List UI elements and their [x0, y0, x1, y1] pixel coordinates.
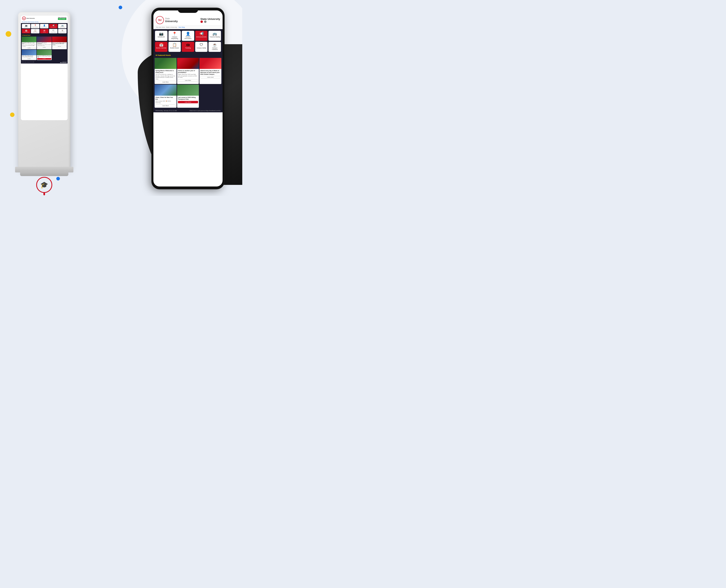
- kiosk-post-5[interactable]: Last sunset of 2023 hitting Thompson Fla…: [37, 50, 51, 60]
- kiosk-post-5-title: Last sunset of 2023 hitting Thompson Fla…: [37, 56, 51, 58]
- phone-post-4[interactable]: Cheer, Cheer for New Year Eve We're read…: [154, 85, 177, 108]
- kiosk-nav-safety-label: Campus Safety: [51, 32, 56, 33]
- phone-content: SU State University State University: [153, 10, 223, 187]
- phone-footer-datetime: Wednesday, January 29 11:11 AM: [155, 110, 177, 111]
- kiosk-nav-student-info[interactable]: 👤 Student Information: [40, 24, 48, 28]
- phone-nav-wayfinding-label: Campus Wayfinding: [169, 36, 180, 40]
- phone-nav-cafeteria-label: Campus Cafeteria: [209, 47, 220, 51]
- kiosk-post-2[interactable]: Cheers to another year of possibilities!…: [37, 37, 51, 49]
- kiosk-post-2-image: [37, 37, 51, 42]
- phone-nav-bulletin[interactable]: 📋 Bulletin Board: [168, 42, 181, 52]
- kiosk-nav-bulletin[interactable]: 📋 Bulletin Board: [31, 29, 39, 33]
- phone-nav-events[interactable]: 📅 Events Calendar: [155, 42, 167, 52]
- kiosk-nav-ticketing-label: Ticketing: [43, 32, 46, 33]
- phone-post-2[interactable]: Cheers to another year of possibilities!…: [177, 58, 199, 84]
- phone-logo-area: SU State University: [156, 16, 178, 24]
- kiosk-nav-cafeteria[interactable]: ☕ Campus Cafeteria: [58, 29, 66, 33]
- phone-post-1-btn[interactable]: Learn More: [155, 81, 176, 83]
- phone-post-2-btn[interactable]: Learn More: [178, 79, 198, 82]
- phone-post-1-image: [154, 58, 177, 69]
- kiosk-post-2-btn[interactable]: Learn More: [37, 47, 51, 48]
- kiosk-post-3-title: Attend every day of Week of Welcome to l…: [53, 43, 66, 45]
- decorative-dot-blue-1: [119, 6, 122, 9]
- phone-nav-bulletin-label: Bulletin Board: [170, 47, 179, 49]
- kiosk-post-1-btn[interactable]: Learn More: [22, 47, 36, 49]
- kiosk-nav-selfie-label: SelfieBooth: [24, 27, 28, 28]
- kiosk-title: State University: [58, 17, 66, 18]
- phone-post-3-title: Attend every day of Week of Welcome to l…: [200, 70, 221, 75]
- phone-logo-subtitle: State: [165, 18, 178, 20]
- coffee-icon: ☕: [61, 29, 64, 31]
- kiosk-post-2-text: Happy #NewYear! 2023 was filled with unf…: [37, 45, 51, 46]
- phone-nav-student-info-label: Student Information: [182, 36, 194, 40]
- kiosk-breadcrumb: You are here: State University | See Map: [21, 21, 67, 23]
- kiosk-post-3-btn[interactable]: Learn more!: [53, 46, 66, 47]
- phone-status-icons: [201, 21, 220, 23]
- kiosk-nav-ticketing[interactable]: 🎟 Ticketing: [40, 29, 48, 33]
- kiosk-nav-selfie[interactable]: 📷 SelfieBooth: [22, 24, 30, 28]
- kiosk-post-1-title: Spring Week of Welcome is nearly here!: [22, 43, 36, 44]
- phone-nav-announcements[interactable]: 📢 Announcements: [195, 31, 208, 41]
- phone-post-1[interactable]: Spring Week of Welcome is nearly here! J…: [154, 58, 177, 84]
- phone-icon-gray: [204, 21, 206, 23]
- ticket-icon: 🎟: [43, 29, 45, 31]
- phone-post-3-btn[interactable]: Learn more!: [200, 76, 221, 78]
- shield-icon: 🛡: [53, 29, 54, 31]
- phone-nav-wayfinding[interactable]: 📍 Campus Wayfinding: [168, 31, 181, 41]
- kiosk-nav-events[interactable]: 📅 Events Calendar: [22, 29, 30, 33]
- bulletin-icon-phone: 📋: [172, 43, 177, 47]
- phone-posts-grid: Spring Week of Welcome is nearly here! J…: [153, 57, 223, 109]
- kiosk-device: SU State University State University Vie…: [12, 12, 77, 191]
- kiosk-nav-safety[interactable]: 🛡 Campus Safety: [49, 29, 58, 33]
- phone-nav-student-info[interactable]: 👤 Student Information: [182, 31, 194, 41]
- phone-footer-url: Read more or post yours at https://hootb…: [190, 110, 221, 111]
- kiosk-nav-announcements[interactable]: 📢 Announcements: [49, 24, 58, 28]
- phone-post-5[interactable]: Last sunset of 2023 hitting Thompson Fla…: [177, 85, 199, 108]
- person-icon-phone: 👤: [186, 32, 190, 36]
- phone-notch: [178, 8, 198, 13]
- phone-nav-transit[interactable]: 🚌 Transit & Nearby: [208, 31, 221, 41]
- kiosk-nav-wayfinding[interactable]: 📍 Campus Wayfinding: [31, 24, 39, 28]
- phone-nav-events-label: Events Calendar: [156, 47, 166, 49]
- graduation-cap-icon: 🎓: [40, 181, 48, 189]
- phone-post-4-btn[interactable]: Learn More!: [155, 105, 176, 107]
- kiosk-post-1[interactable]: Spring Week of Welcome is nearly here! J…: [22, 37, 36, 49]
- kiosk-posts-grid: Spring Week of Welcome is nearly here! J…: [21, 36, 67, 61]
- phone-nav-safety[interactable]: 🛡 Campus Safety: [195, 42, 208, 52]
- phone-post-1-title: Spring Week of Welcome is nearly here!: [155, 70, 176, 74]
- phone-nav-cafeteria[interactable]: ☕ Campus Cafeteria: [208, 42, 221, 52]
- kiosk-nav-announcements-label: Announcements: [51, 27, 56, 28]
- phone-post-5-btn[interactable]: Learn More!: [178, 101, 198, 103]
- kiosk-post-4-btn[interactable]: Learn More!: [22, 58, 36, 60]
- map-pin-icon-phone: 📍: [172, 32, 177, 36]
- phone-post-4-text: We're ready, 2024! 🎉 #WSU #GoCoug: [155, 101, 176, 104]
- kiosk-foot: [20, 172, 68, 176]
- hootboard-logo: ■■ hootboard: [60, 62, 66, 63]
- kiosk-nav-student-info-label: Student Information: [41, 27, 47, 28]
- kiosk-footer-datetime: Wednesday, January 29 11:11 AM: [22, 62, 34, 63]
- phone-breadcrumb: You are here: State University See Map: [153, 25, 223, 29]
- kiosk-post-4[interactable]: Cheer, Cheer for New Year Eve We're read…: [22, 50, 36, 60]
- kiosk-view-mobile-button[interactable]: View on Mobile: [58, 18, 66, 20]
- calendar-icon-phone: 📅: [159, 43, 163, 47]
- phone-see-map-link[interactable]: See Map: [179, 26, 185, 28]
- bus-icon: 🚌: [61, 24, 64, 26]
- map-pin-icon: 📍: [34, 24, 36, 26]
- phone-featured-header: ★ Featured Hoots: [153, 54, 223, 57]
- kiosk-post-4-text: We're ready, 2024! 🎉 #WSU #GoCoug: [22, 57, 36, 58]
- kiosk-post-4-image: [22, 50, 36, 55]
- calendar-icon: 📅: [25, 29, 27, 31]
- kiosk-brand-icon: 🎓: [36, 177, 52, 193]
- phone-nav-selfie[interactable]: 📷 SelfieBooth: [155, 31, 167, 41]
- phone-nav-ticketing[interactable]: 🎟 Ticketing: [182, 42, 194, 52]
- kiosk-nav-transit[interactable]: 🚌 Transit & Nearby: [58, 24, 66, 28]
- phone-post-3[interactable]: Attend every day of Week of Welcome to l…: [200, 58, 221, 84]
- kiosk-nav-wayfinding-label: Campus Wayfinding: [32, 27, 38, 28]
- kiosk-post-5-btn[interactable]: Learn More!: [37, 58, 51, 60]
- bus-icon-phone: 🚌: [212, 32, 217, 36]
- phone-nav-grid: 📷 SelfieBooth 📍 Campus Wayfinding 👤 Stud…: [153, 29, 223, 54]
- kiosk-post-3[interactable]: Attend every day of Week of Welcome to l…: [52, 37, 67, 49]
- phone-nav-selfie-label: SelfieBooth: [158, 36, 165, 38]
- person-icon: 👤: [43, 24, 45, 26]
- kiosk-nav-grid: 📷 SelfieBooth 📍 Campus Wayfinding 👤 Stud…: [21, 23, 67, 34]
